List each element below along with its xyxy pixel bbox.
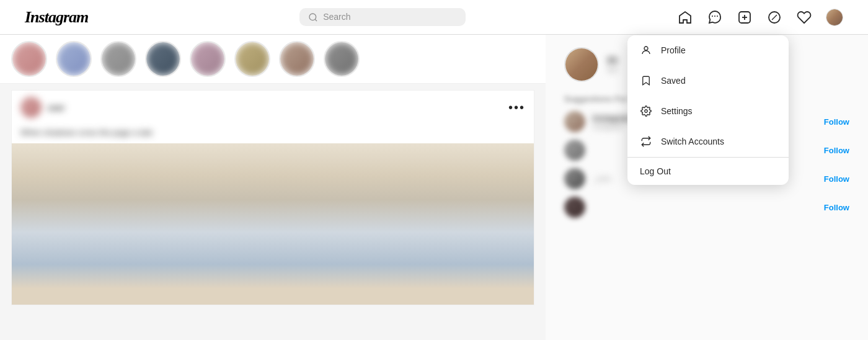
profile-icon <box>640 44 652 56</box>
post-user[interactable]: user <box>20 97 64 118</box>
story-item[interactable] <box>234 41 270 77</box>
post-image-content <box>12 143 534 305</box>
story-item[interactable] <box>279 41 315 77</box>
bookmark-icon <box>640 74 652 87</box>
svg-line-1 <box>315 19 317 21</box>
svg-point-0 <box>309 14 316 20</box>
sidebar-avatar-image <box>565 48 598 81</box>
dropdown-menu: Profile Saved Settings Switch Accounts L… <box>627 35 789 185</box>
dropdown-item-logout[interactable]: Log Out <box>627 158 789 185</box>
avatar-image <box>826 9 843 25</box>
feed-area: user ••• When shadows cross the page a t… <box>0 35 546 340</box>
follow-button[interactable]: Follow <box>824 203 849 212</box>
search-icon <box>308 12 318 22</box>
instagram-logo: Instagram <box>25 8 88 27</box>
home-icon[interactable] <box>677 9 693 25</box>
suggestion-item: Follow <box>564 197 849 218</box>
dropdown-item-profile[interactable]: Profile <box>627 35 789 66</box>
svg-marker-6 <box>772 15 777 20</box>
follow-button[interactable]: Follow <box>824 146 849 155</box>
suggestion-avatar <box>564 197 585 218</box>
header: Instagram <box>0 0 868 35</box>
nav-icons <box>677 9 843 26</box>
post-more-button[interactable]: ••• <box>508 101 525 115</box>
stories-row <box>0 35 546 84</box>
profile-avatar-nav[interactable] <box>826 9 843 26</box>
sidebar-avatar <box>564 47 599 82</box>
story-item[interactable] <box>145 41 181 77</box>
dropdown-item-settings[interactable]: Settings <box>627 96 789 127</box>
suggestion-avatar <box>564 140 585 161</box>
post: user ••• When shadows cross the page a t… <box>11 90 534 305</box>
settings-icon <box>640 105 652 117</box>
dropdown-profile-label: Profile <box>661 45 686 55</box>
dropdown-item-switch[interactable]: Switch Accounts <box>627 127 789 157</box>
suggestion-avatar <box>564 168 585 189</box>
story-item[interactable] <box>56 41 92 77</box>
dropdown-saved-label: Saved <box>661 76 686 86</box>
svg-point-7 <box>644 47 648 50</box>
dropdown-switch-label: Switch Accounts <box>661 136 724 146</box>
follow-button[interactable]: Follow <box>824 117 849 127</box>
story-item[interactable] <box>190 41 226 77</box>
post-avatar <box>20 97 42 118</box>
dropdown-item-saved[interactable]: Saved <box>627 66 789 96</box>
explore-icon[interactable] <box>766 9 782 25</box>
search-input[interactable] <box>323 12 457 22</box>
post-image <box>12 143 534 305</box>
suggestion-avatar <box>564 111 585 132</box>
post-header: user ••• <box>12 91 534 124</box>
story-item[interactable] <box>11 41 47 77</box>
likes-icon[interactable] <box>796 9 812 25</box>
svg-point-8 <box>645 110 648 113</box>
post-caption: When shadows cross the page a tale <box>12 124 534 143</box>
create-icon[interactable] <box>737 9 753 25</box>
switch-icon <box>640 135 652 148</box>
story-item[interactable] <box>100 41 136 77</box>
messages-icon[interactable] <box>707 9 723 25</box>
dropdown-settings-label: Settings <box>661 106 693 116</box>
post-username: user <box>48 103 64 112</box>
follow-button[interactable]: Follow <box>824 174 849 184</box>
search-bar[interactable] <box>299 8 466 26</box>
story-item[interactable] <box>324 41 360 77</box>
